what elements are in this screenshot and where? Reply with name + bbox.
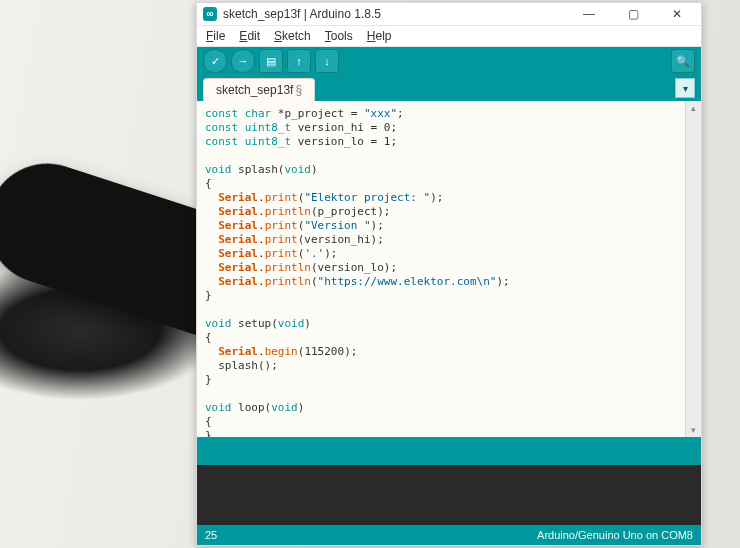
- tab-label: sketch_sep13f: [216, 83, 293, 97]
- scroll-down-button[interactable]: ▾: [686, 423, 701, 437]
- statusbar: 25 Arduino/Genuino Uno on COM8: [197, 525, 701, 545]
- menu-edit[interactable]: Edit: [234, 28, 265, 44]
- magnifier-icon: 🔍: [676, 55, 690, 68]
- tab-modified-marker: §: [293, 83, 302, 97]
- arrow-right-icon: →: [238, 55, 249, 67]
- tab-menu-button[interactable]: ▾: [675, 78, 695, 98]
- toolbar: ✓ → ▤ ↑ ↓ 🔍: [197, 47, 701, 75]
- menu-help[interactable]: Help: [362, 28, 397, 44]
- menu-sketch[interactable]: Sketch: [269, 28, 316, 44]
- code-editor[interactable]: const char *p_project = "xxx";const uint…: [197, 101, 685, 437]
- file-icon: ▤: [266, 55, 276, 68]
- arrow-up-icon: ↑: [296, 55, 302, 67]
- window-title: sketch_sep13f | Arduino 1.8.5: [223, 7, 567, 21]
- chevron-down-icon: ▾: [683, 83, 688, 94]
- menubar: File Edit Sketch Tools Help: [197, 26, 701, 47]
- arduino-window: sketch_sep13f | Arduino 1.8.5 — ▢ ✕ File…: [196, 2, 702, 546]
- minimize-button[interactable]: —: [567, 3, 611, 25]
- menu-tools[interactable]: Tools: [320, 28, 358, 44]
- save-button[interactable]: ↓: [315, 49, 339, 73]
- sketch-tab[interactable]: sketch_sep13f§: [203, 78, 315, 101]
- console-header: [197, 437, 701, 465]
- maximize-button[interactable]: ▢: [611, 3, 655, 25]
- arduino-logo-icon: [203, 7, 217, 21]
- status-line-number: 25: [205, 529, 217, 541]
- editor-area: const char *p_project = "xxx";const uint…: [197, 101, 701, 437]
- scroll-up-button[interactable]: ▴: [686, 101, 701, 115]
- check-icon: ✓: [211, 55, 220, 68]
- vertical-scrollbar[interactable]: ▴ ▾: [685, 101, 701, 437]
- window-controls: — ▢ ✕: [567, 3, 699, 25]
- serial-monitor-button[interactable]: 🔍: [671, 49, 695, 73]
- arrow-down-icon: ↓: [324, 55, 330, 67]
- upload-button[interactable]: →: [231, 49, 255, 73]
- menu-file[interactable]: File: [201, 28, 230, 44]
- titlebar[interactable]: sketch_sep13f | Arduino 1.8.5 — ▢ ✕: [197, 3, 701, 26]
- verify-button[interactable]: ✓: [203, 49, 227, 73]
- tabbar: sketch_sep13f§ ▾: [197, 75, 701, 101]
- status-board-port: Arduino/Genuino Uno on COM8: [537, 529, 693, 541]
- close-button[interactable]: ✕: [655, 3, 699, 25]
- open-button[interactable]: ↑: [287, 49, 311, 73]
- new-button[interactable]: ▤: [259, 49, 283, 73]
- console-output[interactable]: [197, 465, 701, 525]
